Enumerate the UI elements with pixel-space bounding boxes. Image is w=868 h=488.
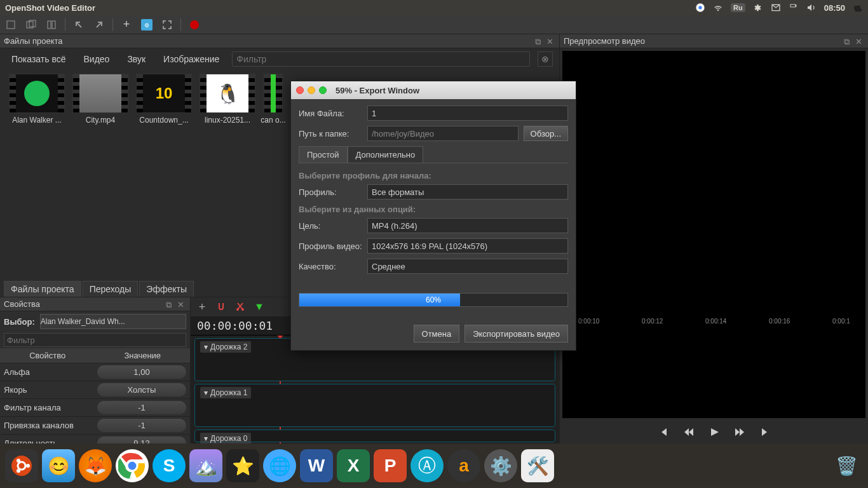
track[interactable]: ▾Дорожка 0 xyxy=(194,430,555,442)
close-icon[interactable]: ✕ xyxy=(546,37,555,46)
export-button[interactable]: Экспортировать видео xyxy=(465,325,568,342)
tab-transitions[interactable]: Переходы xyxy=(83,281,139,297)
tab-advanced[interactable]: Дополнительно xyxy=(348,146,424,163)
thumb-item[interactable]: 10Countdown_... xyxy=(133,74,194,130)
wifi-icon[interactable] xyxy=(713,3,723,13)
properties-panel: Свойства ⧉ ✕ Выбор: Alan Walker_David Wh… xyxy=(0,297,191,444)
add-track-button[interactable]: + xyxy=(196,301,208,313)
select-label: Выбор: xyxy=(4,317,35,327)
undo-button[interactable] xyxy=(72,18,86,32)
detach-icon[interactable]: ⧉ xyxy=(844,37,853,46)
fullscreen-button[interactable] xyxy=(160,18,174,32)
jump-end-button[interactable] xyxy=(758,425,772,439)
filter-input[interactable] xyxy=(232,51,530,67)
preview-viewport[interactable] xyxy=(562,51,865,418)
vprofile-select[interactable]: 1024x576 16:9 PAL (1024x576) xyxy=(367,238,568,254)
rewind-button[interactable] xyxy=(682,425,696,439)
dock-finder[interactable]: 😊 xyxy=(42,449,75,482)
clear-filter-button[interactable]: ⊗ xyxy=(538,51,553,67)
svg-point-1 xyxy=(698,6,702,9)
dock-powerpoint[interactable]: P xyxy=(374,449,407,482)
browse-button[interactable]: Обзор... xyxy=(524,126,568,141)
files-filter-bar: Показать всё Видео Звук Изображение ⊗ xyxy=(0,48,559,70)
dock-chrome[interactable] xyxy=(116,449,149,482)
tab-files[interactable]: Файлы проекта xyxy=(4,281,81,297)
forward-button[interactable] xyxy=(733,425,747,439)
clock[interactable]: 08:50 xyxy=(824,3,845,13)
record-button[interactable] xyxy=(187,18,201,32)
thumb-item[interactable]: City.mp4 xyxy=(70,74,131,130)
vprofile-label: Профиль видео: xyxy=(299,241,362,251)
filter-all[interactable]: Показать всё xyxy=(6,51,71,67)
filter-image[interactable]: Изображение xyxy=(158,51,224,67)
filename-input[interactable] xyxy=(367,105,568,121)
bluetooth-icon[interactable]: ✱ xyxy=(753,3,763,13)
dock-photos[interactable]: 🏔️ xyxy=(189,449,222,482)
close-window-button[interactable] xyxy=(296,86,304,94)
dock-ubuntu[interactable] xyxy=(5,449,38,482)
filename-label: Имя Файла: xyxy=(299,109,362,118)
dock-word[interactable]: W xyxy=(300,449,333,482)
prop-row[interactable]: ЯкорьХолсты xyxy=(0,381,190,399)
dialog-titlebar[interactable]: 59% - Export Window xyxy=(291,81,576,99)
prop-row[interactable]: Фильтр канала-1 xyxy=(0,399,190,417)
dock-imovie[interactable]: ⭐ xyxy=(226,449,259,482)
mail-icon[interactable] xyxy=(771,3,781,13)
tab-effects[interactable]: Эффекты xyxy=(139,281,194,297)
profile-select[interactable]: Все форматы xyxy=(367,184,568,200)
toolbar-btn-2[interactable] xyxy=(24,18,38,32)
prop-row[interactable]: Длительность9,12 xyxy=(0,435,190,444)
lang-indicator[interactable]: Ru xyxy=(731,3,745,12)
target-select[interactable]: MP4 (h.264) xyxy=(367,218,568,233)
tab-simple[interactable]: Простой xyxy=(299,146,348,163)
dock-tools[interactable]: 🛠️ xyxy=(521,449,554,482)
dock-browser[interactable]: 🌐 xyxy=(263,449,296,482)
toolbar-btn-3[interactable] xyxy=(44,18,58,32)
thumb-item[interactable]: Alan Walker ... xyxy=(6,74,67,130)
dock-excel[interactable]: X xyxy=(337,449,370,482)
volume-icon[interactable] xyxy=(806,3,817,13)
dock-trash[interactable]: 🗑️ xyxy=(830,449,863,482)
svg-point-2 xyxy=(717,10,718,10)
marker-button[interactable]: ▼ xyxy=(253,301,266,313)
minimize-window-button[interactable] xyxy=(308,86,315,94)
dock: 😊 🦊 S 🏔️ ⭐ 🌐 W X P Ⓐ a ⚙️ 🛠️ 🗑️ xyxy=(0,444,868,488)
battery-icon[interactable] xyxy=(789,3,799,13)
prop-row[interactable]: Привязка каналов-1 xyxy=(0,417,190,435)
prop-row[interactable]: Альфа1,00 xyxy=(0,363,190,381)
close-icon[interactable]: ✕ xyxy=(177,300,186,309)
cancel-button[interactable]: Отмена xyxy=(414,325,460,342)
jump-start-button[interactable] xyxy=(656,425,670,439)
toolbar-btn-1[interactable] xyxy=(4,18,18,32)
profile-button[interactable]: ⚙ xyxy=(140,18,154,32)
thumb-item[interactable]: can o... xyxy=(261,74,286,130)
dialog-title: 59% - Export Window xyxy=(336,86,419,95)
clip-select[interactable]: Alan Walker_David Wh... xyxy=(40,314,186,329)
tracks-area[interactable]: ▾Дорожка 2 ▾Дорожка 1 ▾Дорожка 0 xyxy=(191,336,559,444)
razor-button[interactable] xyxy=(234,301,247,313)
project-files-header: Файлы проекта ⧉ ✕ xyxy=(0,34,559,48)
filter-video[interactable]: Видео xyxy=(78,51,114,67)
dock-amazon[interactable]: a xyxy=(447,449,480,482)
props-filter-input[interactable] xyxy=(4,333,186,347)
dock-appstore[interactable]: Ⓐ xyxy=(410,449,444,482)
track[interactable]: ▾Дорожка 1 xyxy=(194,384,555,427)
dock-skype[interactable]: S xyxy=(153,449,186,482)
redo-button[interactable] xyxy=(92,18,106,32)
dock-settings[interactable]: ⚙️ xyxy=(484,449,517,482)
dock-firefox[interactable]: 🦊 xyxy=(79,449,112,482)
maximize-window-button[interactable] xyxy=(319,86,327,94)
section-label: Выберите профиль для начала: xyxy=(299,171,568,180)
chrome-icon[interactable] xyxy=(695,3,705,13)
close-icon[interactable]: ✕ xyxy=(855,37,864,46)
filter-audio[interactable]: Звук xyxy=(122,51,151,67)
add-button[interactable]: + xyxy=(119,18,133,32)
detach-icon[interactable]: ⧉ xyxy=(166,300,175,309)
apple-icon[interactable] xyxy=(853,3,863,13)
preview-header: Предпросмотр видео ⧉ ✕ xyxy=(560,34,868,48)
play-button[interactable] xyxy=(707,425,721,439)
quality-select[interactable]: Среднее xyxy=(367,259,568,274)
detach-icon[interactable]: ⧉ xyxy=(535,37,544,46)
snap-button[interactable] xyxy=(215,301,227,313)
path-input[interactable] xyxy=(367,126,519,141)
